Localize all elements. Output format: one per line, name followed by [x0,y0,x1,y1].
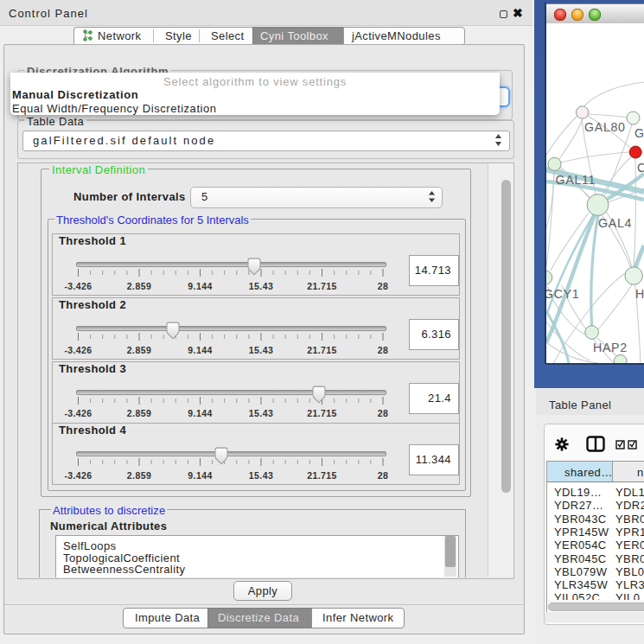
svg-text:HAP2: HAP2 [593,341,628,354]
svg-text:GAL4: GAL4 [598,216,632,230]
svg-text:GAL11: GAL11 [556,173,596,187]
svg-text:GA: GA [634,126,644,140]
svg-text:GCY1: GCY1 [546,287,579,301]
svg-text:CY: CY [637,161,644,175]
svg-text:HI: HI [635,287,644,301]
svg-text:GAL80: GAL80 [584,120,626,134]
